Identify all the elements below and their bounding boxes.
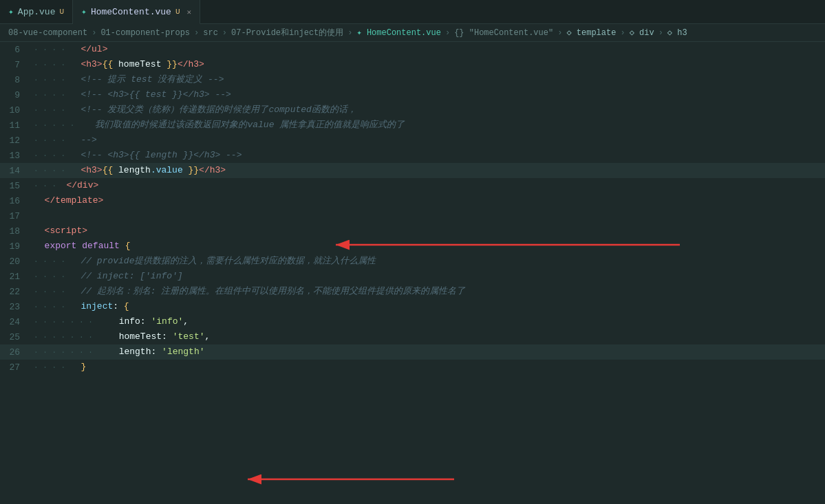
vue-logo-icon: ✦ bbox=[8, 6, 14, 17]
code-line-11: 11 · · · · · 我们取值的时候通过该函数返回对象的value 属性拿真… bbox=[0, 118, 825, 133]
line-number: 6 bbox=[0, 45, 31, 55]
arrow-line26 bbox=[241, 471, 461, 488]
line-number: 10 bbox=[0, 105, 31, 116]
breadcrumb-item: 08-vue-component bbox=[8, 28, 87, 38]
line-content: · · · · <!-- 发现父类（统称）传递数据的时候使用了computed函… bbox=[31, 102, 825, 118]
line-number: 16 bbox=[0, 196, 31, 206]
code-line-7: 7 · · · · <h3>{{ homeTest }}</h3> bbox=[0, 57, 825, 72]
code-line-10: 10 · · · · <!-- 发现父类（统称）传递数据的时候使用了comput… bbox=[0, 102, 825, 118]
tab-close-button[interactable]: ✕ bbox=[187, 8, 192, 17]
arrow-line14 bbox=[329, 237, 687, 254]
line-number: 11 bbox=[0, 120, 31, 131]
breadcrumb-template: ◇ template bbox=[566, 28, 616, 38]
code-line-14: 14 · · · · <h3>{{ length.value }}</h3> bbox=[0, 163, 825, 178]
line-content: · · · · · · · length: 'length' bbox=[31, 344, 825, 360]
line-number: 8 bbox=[0, 75, 31, 85]
tab-modified-indicator: U bbox=[59, 8, 64, 16]
line-content: · · · · } bbox=[31, 360, 825, 375]
line-number: 21 bbox=[0, 272, 31, 282]
line-content: · · · · · 我们取值的时候通过该函数返回对象的value 属性拿真正的值… bbox=[31, 118, 825, 133]
code-line-9: 9 · · · · <!-- <h3>{{ test }}</h3> --> bbox=[0, 87, 825, 102]
line-content: · · · · --> bbox=[31, 133, 825, 148]
line-content: · · · · inject: { bbox=[31, 299, 825, 314]
line-number: 23 bbox=[0, 302, 31, 312]
code-line-22: 22 · · · · // 起别名：别名: 注册的属性。在组件中可以使用别名，不… bbox=[0, 284, 825, 299]
line-number: 13 bbox=[0, 151, 31, 161]
code-line-25: 25 · · · · · · · homeTest: 'test', bbox=[0, 329, 825, 344]
breadcrumb-item: 01-component-props bbox=[100, 28, 190, 38]
code-line-12: 12 · · · · --> bbox=[0, 133, 825, 148]
tab-bar: ✦ App.vue U ✦ HomeContent.vue U ✕ bbox=[0, 0, 825, 24]
code-editor: 6 · · · · </ul> 7 · · · · <h3>{{ homeTes… bbox=[0, 42, 825, 503]
line-content: · · · · <h3>{{ length.value }}</h3> bbox=[31, 163, 825, 178]
line-number: 20 bbox=[0, 256, 31, 267]
code-line-8: 8 · · · · <!-- 提示 test 没有被定义 --> bbox=[0, 72, 825, 87]
code-line-21: 21 · · · · // inject: ['info'] bbox=[0, 269, 825, 284]
line-content: · · · · // 起别名：别名: 注册的属性。在组件中可以使用别名，不能使用… bbox=[31, 284, 825, 299]
line-content: · · · · <!-- <h3>{{ test }}</h3> --> bbox=[31, 87, 825, 102]
breadcrumb-h3: ◇ h3 bbox=[667, 28, 687, 38]
line-number: 26 bbox=[0, 347, 31, 358]
line-content: </template> bbox=[31, 193, 825, 208]
line-content: · · · · <h3>{{ homeTest }}</h3> bbox=[31, 57, 825, 72]
tab-label: App.vue bbox=[18, 7, 56, 17]
line-number: 27 bbox=[0, 362, 31, 373]
code-line-13: 13 · · · · <!-- <h3>{{ length }}</h3> --… bbox=[0, 148, 825, 163]
tab-modified-indicator: U bbox=[175, 8, 180, 16]
code-line-20: 20 · · · · // provide提供数据的注入，需要什么属性对应的数据… bbox=[0, 254, 825, 269]
line-number: 7 bbox=[0, 60, 31, 70]
line-number: 25 bbox=[0, 332, 31, 342]
line-number: 22 bbox=[0, 287, 31, 297]
code-line-6: 6 · · · · </ul> bbox=[0, 42, 825, 57]
line-number: 15 bbox=[0, 181, 31, 191]
breadcrumb-item: src bbox=[203, 28, 218, 38]
line-content: · · · · // provide提供数据的注入，需要什么属性对应的数据，就注… bbox=[31, 254, 825, 269]
line-number: 17 bbox=[0, 211, 31, 221]
line-content: · · · · · · · info: 'info', bbox=[31, 314, 825, 329]
breadcrumb-item: {} "HomeContent.vue" bbox=[454, 28, 553, 38]
line-number: 24 bbox=[0, 317, 31, 327]
tab-app-vue[interactable]: ✦ App.vue U bbox=[0, 0, 73, 24]
code-line-16: 16 </template> bbox=[0, 193, 825, 208]
code-line-23: 23 · · · · inject: { bbox=[0, 299, 825, 314]
line-number: 19 bbox=[0, 241, 31, 252]
line-number: 12 bbox=[0, 135, 31, 146]
code-line-26: 26 · · · · · · · length: 'length' bbox=[0, 344, 825, 360]
breadcrumb-div: ◇ div bbox=[630, 28, 654, 38]
line-content: · · · · // inject: ['info'] bbox=[31, 269, 825, 284]
code-line-24: 24 · · · · · · · info: 'info', bbox=[0, 314, 825, 329]
line-content: · · · · <!-- <h3>{{ length }}</h3> --> bbox=[31, 148, 825, 163]
breadcrumb-file: ✦ HomeContent.vue bbox=[356, 28, 440, 38]
code-lines: 6 · · · · </ul> 7 · · · · <h3>{{ homeTes… bbox=[0, 42, 825, 503]
code-line-27: 27 · · · · } bbox=[0, 360, 825, 375]
tab-homecontent-vue[interactable]: ✦ HomeContent.vue U ✕ bbox=[73, 0, 200, 24]
code-line-17: 17 bbox=[0, 208, 825, 223]
line-number: 14 bbox=[0, 166, 31, 176]
line-content: · · · · </ul> bbox=[31, 42, 825, 57]
code-line-15: 15 · · · </div> bbox=[0, 178, 825, 193]
line-content: · · · · <!-- 提示 test 没有被定义 --> bbox=[31, 72, 825, 87]
line-number: 18 bbox=[0, 226, 31, 237]
breadcrumb: 08-vue-component › 01-component-props › … bbox=[0, 24, 825, 42]
vue-logo-icon: ✦ bbox=[81, 6, 87, 17]
breadcrumb-item: 07-Provide和inject的使用 bbox=[231, 27, 343, 39]
line-content: · · · · · · · homeTest: 'test', bbox=[31, 329, 825, 344]
tab-label: HomeContent.vue bbox=[91, 7, 171, 17]
line-number: 9 bbox=[0, 90, 31, 100]
line-content: · · · </div> bbox=[31, 178, 825, 193]
